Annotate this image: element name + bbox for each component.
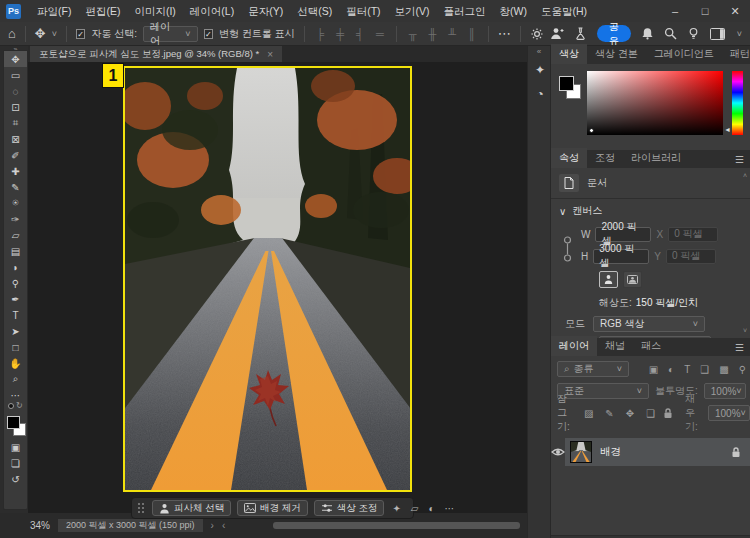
move-tool[interactable]: ✥ [4,51,27,67]
tab-layers[interactable]: 레이어 [551,336,597,356]
canvas-area[interactable]: 1 [28,62,527,513]
menu-window[interactable]: 창(W) [493,0,534,22]
tab-paths[interactable]: 패스 [633,336,669,356]
menu-help[interactable]: 도움말(H) [534,0,594,22]
lock-image-pixels-icon[interactable]: ✎ [601,408,617,419]
discover-lightbulb-icon[interactable] [687,27,700,40]
width-field[interactable]: 2000 픽셀 [595,227,651,242]
tab-properties[interactable]: 속성 [551,148,587,168]
opacity-field[interactable]: 100% ˅ [704,383,746,399]
more-options-icon[interactable]: ⋯ [498,27,511,41]
adjustments-presets-icon[interactable]: ✦ [528,58,552,82]
document-view[interactable] [123,66,412,492]
height-field[interactable]: 3000 픽셀 [593,249,649,264]
screen-mode-icon[interactable]: ❏ [4,455,27,471]
panel-menu-icon[interactable]: ☰ [729,151,750,168]
expand-panels-icon[interactable]: « [528,46,550,58]
tab-close-icon[interactable]: × [267,49,273,60]
filter-shape-icon[interactable]: ❑ [696,364,713,375]
distribute-h-icon[interactable]: ╫ [425,28,439,40]
eyedropper-tool[interactable]: ✐ [4,147,27,163]
menu-view[interactable]: 보기(V) [388,0,437,22]
filter-smart-object-icon[interactable]: ▩ [715,364,732,375]
orientation-landscape-button[interactable] [623,271,642,288]
frame-tool[interactable]: ⊠ [4,131,27,147]
notifications-bell-icon[interactable] [641,27,654,40]
share-button[interactable]: 공유 [597,25,631,42]
taskbar-more-icon[interactable]: ⋯ [443,503,457,514]
tab-libraries[interactable]: 라이브러리 [623,148,689,168]
menu-type[interactable]: 문자(Y) [241,0,290,22]
default-colors-widget[interactable]: ↻ [4,403,27,413]
object-selection-tool[interactable]: ⊡ [4,99,27,115]
auto-select-dropdown[interactable]: 레이어 ˅ [143,26,198,42]
status-prev-icon[interactable]: ‹ [222,520,225,531]
lasso-tool[interactable]: ◌ [4,83,27,99]
tab-patterns[interactable]: 패턴 [722,44,750,64]
tab-swatches[interactable]: 색상 견본 [587,44,646,64]
align-bottom-icon[interactable]: ═ [373,28,387,40]
search-icon[interactable] [664,27,677,40]
chevron-down-icon[interactable]: ˅ [52,29,57,39]
invite-people-icon[interactable] [550,27,564,40]
scroll-up-icon[interactable]: ˄ [743,172,747,179]
rotate-view-icon[interactable]: ↺ [4,471,27,487]
dodge-tool[interactable]: ⚲ [4,275,27,291]
panel-menu-icon[interactable]: ☰ [729,339,750,356]
status-next-icon[interactable]: › [211,520,214,531]
layer-name[interactable]: 배경 [600,445,621,459]
menu-layer[interactable]: 레이어(L) [183,0,241,22]
zoom-tool[interactable]: ⌕ [4,371,27,387]
filter-image-icon[interactable]: ▣ [645,364,662,375]
lock-all-icon[interactable] [663,407,673,419]
hue-slider[interactable] [732,71,743,135]
drag-handle[interactable] [138,503,144,513]
transform-icon[interactable]: ▱ [409,503,421,514]
layer-thumbnail[interactable] [570,441,592,463]
close-button[interactable]: ✕ [720,0,750,22]
path-selection-tool[interactable]: ➤ [4,323,27,339]
magic-wand-icon[interactable]: ✦ [390,503,402,514]
fill-field[interactable]: 100% ˅ [708,405,750,421]
workspace-layout-icon[interactable] [710,28,727,40]
auto-select-checkbox[interactable]: ✓ [76,29,86,39]
document-info[interactable]: 2000 픽셀 x 3000 픽셀 (150 ppi) [58,519,203,532]
filter-pin-icon[interactable]: ⚲ [735,364,750,375]
align-top-icon[interactable]: ╥ [406,28,420,40]
rectangular-marquee-tool[interactable]: ▭ [4,67,27,83]
layer-lock-icon[interactable] [731,446,741,458]
home-icon[interactable]: ⌂ [8,27,16,41]
contrast-icon[interactable]: ◐ [427,503,437,514]
zoom-level[interactable]: 34% [30,520,50,531]
spot-healing-brush-tool[interactable]: ✚ [4,163,27,179]
tab-color[interactable]: 색상 [551,44,587,64]
align-center-v-icon[interactable]: ║ [465,28,479,40]
adjust-colors-button[interactable]: 색상 조정 [314,500,385,516]
layer-filter-dropdown[interactable]: ⌕ 종류 ˅ [557,361,629,377]
rectangle-tool[interactable]: □ [4,339,27,355]
layer-row-background[interactable]: 배경 [551,438,750,466]
history-brush-tool[interactable]: ✑ [4,211,27,227]
menu-filter[interactable]: 필터(T) [339,0,387,22]
tab-gradients[interactable]: 그레이디언트 [646,44,722,64]
lock-transparent-pixels-icon[interactable]: ▨ [580,408,597,419]
foreground-color-swatch[interactable] [7,416,20,429]
horizontal-scrollbar[interactable] [273,522,520,529]
gradient-tool[interactable]: ▤ [4,243,27,259]
orientation-portrait-button[interactable] [599,271,618,288]
chevron-down-icon[interactable]: ˅ [737,29,742,39]
color-picker-cursor[interactable] [589,128,594,133]
type-tool[interactable]: T [4,307,27,323]
menu-select[interactable]: 선택(S) [290,0,339,22]
align-center-h-icon[interactable]: ╪ [333,28,347,40]
document-tab[interactable]: 포토샵으로 피사계 심도 보정.jpeg @ 34% (RGB/8) * × [30,46,282,62]
filter-adjustment-icon[interactable]: ◐ [664,364,678,375]
filter-type-icon[interactable]: T [680,364,694,375]
canvas-section-caret[interactable]: ∨ [559,206,566,217]
move-tool-icon[interactable]: ✥ [35,27,46,41]
remove-background-button[interactable]: 배경 제거 [237,500,308,516]
pen-tool[interactable]: ✒ [4,291,27,307]
y-field[interactable]: 0 픽셀 [666,249,716,264]
layer-visibility-eye-icon[interactable] [551,446,565,458]
x-field[interactable]: 0 픽셀 [668,227,718,242]
